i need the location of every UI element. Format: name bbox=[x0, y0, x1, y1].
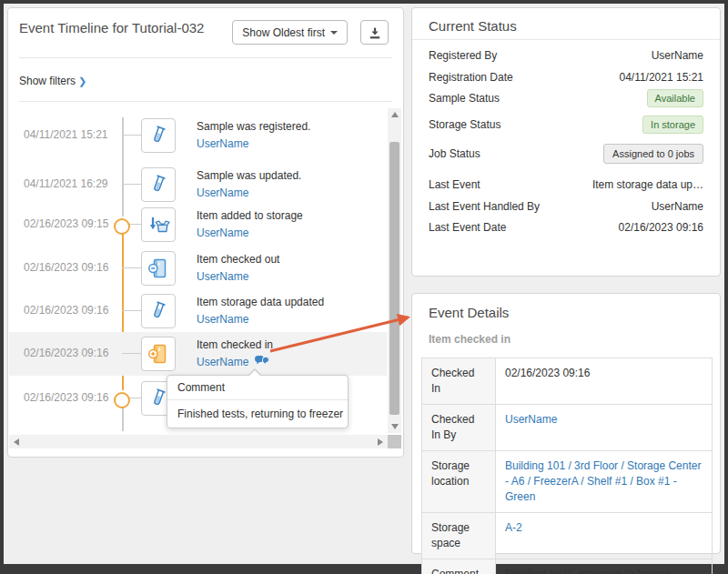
show-filters-link[interactable]: Show filters❯ bbox=[19, 75, 86, 87]
status-label: Registered By bbox=[429, 49, 497, 62]
download-button[interactable] bbox=[360, 20, 389, 45]
event-user-link[interactable]: UserName bbox=[197, 227, 248, 239]
event-date: 04/11/2021 15:21 bbox=[24, 128, 108, 141]
comment-popup-body: Finished tests, returning to freezer bbox=[167, 400, 348, 428]
test-tube-icon bbox=[147, 124, 170, 147]
horizontal-scrollbar[interactable] bbox=[9, 435, 388, 448]
event-user-link[interactable]: UserName bbox=[197, 137, 248, 150]
detail-label: Storage space bbox=[422, 513, 496, 559]
detail-label: Checked In bbox=[422, 358, 496, 405]
timeline-title: Event Timeline for Tutorial-032 bbox=[19, 20, 204, 35]
table-row: Checked In By UserName bbox=[422, 405, 713, 451]
detail-label: Checked In By bbox=[422, 405, 496, 451]
scroll-right-arrow-icon[interactable] bbox=[378, 438, 383, 446]
status-label: Last Event bbox=[429, 178, 480, 191]
comment-bubble-icon[interactable] bbox=[254, 355, 269, 368]
timeline-connector bbox=[122, 353, 142, 354]
timeline-node-circle bbox=[114, 218, 130, 235]
event-user-link[interactable]: UserName bbox=[197, 270, 248, 283]
event-title: Item checked out bbox=[197, 251, 279, 268]
scroll-up-arrow-icon[interactable] bbox=[391, 112, 399, 117]
event-details-table: Checked In 02/16/2023 09:16 Checked In B… bbox=[421, 357, 713, 574]
timeline-event-row[interactable]: 02/16/2023 09:15 Item added to storage U… bbox=[9, 203, 387, 247]
chevron-down-icon bbox=[330, 31, 338, 35]
event-user-link[interactable]: UserName bbox=[197, 313, 248, 326]
show-filters-label: Show filters bbox=[19, 75, 76, 87]
event-user-link[interactable]: UserName bbox=[197, 186, 248, 199]
event-title: Sample was updated. bbox=[197, 167, 301, 185]
status-value: Item storage data up… bbox=[592, 178, 703, 191]
detail-label: Comment bbox=[422, 559, 496, 574]
comment-popup: Comment Finished tests, returning to fre… bbox=[167, 375, 349, 428]
timeline-node-circle bbox=[114, 392, 130, 408]
event-icon-box bbox=[141, 167, 176, 202]
test-tube-icon bbox=[147, 173, 170, 196]
event-details-title: Event Details bbox=[412, 294, 720, 320]
event-date: 02/16/2023 09:16 bbox=[24, 304, 108, 317]
timeline-event-row[interactable]: 04/11/2021 15:21 Sample was registered. … bbox=[9, 114, 387, 157]
timeline-connector bbox=[122, 310, 142, 311]
status-label: Registration Date bbox=[429, 71, 513, 84]
chevron-right-icon: ❯ bbox=[78, 76, 86, 86]
storage-space-link[interactable]: A-2 bbox=[505, 521, 522, 534]
current-status-title: Current Status bbox=[412, 8, 720, 40]
timeline-connector bbox=[122, 135, 142, 136]
vertical-scrollbar[interactable] bbox=[388, 108, 401, 433]
event-date: 02/16/2023 09:15 bbox=[24, 217, 108, 230]
vertical-scrollbar-thumb[interactable] bbox=[389, 142, 399, 415]
storage-location-link[interactable]: Building 101 / 3rd Floor / Storage Cente… bbox=[505, 459, 701, 503]
job-status-badge[interactable]: Assigned to 0 jobs bbox=[603, 144, 703, 164]
divider bbox=[19, 57, 392, 58]
status-value-link[interactable]: UserName bbox=[652, 200, 703, 213]
event-icon-box bbox=[141, 294, 176, 328]
status-row: Last Event Item storage data up… bbox=[429, 178, 703, 191]
popup-caret bbox=[248, 368, 262, 376]
event-date: 02/16/2023 09:16 bbox=[24, 391, 108, 404]
status-label: Storage Status bbox=[429, 118, 500, 131]
detail-label: Storage location bbox=[422, 451, 496, 513]
detail-value: Finished tests, returning to freezer bbox=[496, 559, 713, 574]
status-label: Sample Status bbox=[429, 92, 500, 105]
detail-value-link[interactable]: UserName bbox=[505, 413, 557, 426]
event-title: Sample was registered. bbox=[197, 118, 310, 136]
event-details-panel: Event Details Item checked in Checked In… bbox=[411, 293, 721, 554]
comment-popup-header: Comment bbox=[167, 376, 348, 400]
event-icon-box bbox=[141, 337, 176, 371]
status-value-link[interactable]: UserName bbox=[652, 49, 703, 62]
timeline-event-row[interactable]: 02/16/2023 09:16 Item checked out UserNa… bbox=[9, 247, 387, 290]
sort-order-button[interactable]: Show Oldest first bbox=[232, 20, 348, 45]
event-user-link[interactable]: UserName bbox=[197, 356, 248, 368]
status-badge: Available bbox=[647, 89, 703, 107]
event-date: 04/11/2021 16:29 bbox=[24, 177, 108, 190]
status-row: Storage Status In storage bbox=[429, 116, 703, 134]
page-background: Event Timeline for Tutorial-032 Show Old… bbox=[4, 4, 724, 564]
status-value: 04/11/2021 15:21 bbox=[619, 71, 703, 84]
timeline-connector bbox=[122, 184, 142, 185]
event-icon-box bbox=[141, 118, 176, 153]
table-row: Checked In 02/16/2023 09:16 bbox=[422, 358, 713, 405]
detail-value: 02/16/2023 09:16 bbox=[496, 358, 713, 405]
freezer-check-in-icon bbox=[147, 342, 170, 366]
sort-order-label: Show Oldest first bbox=[242, 26, 325, 39]
timeline-scroll-area: 04/11/2021 15:21 Sample was registered. … bbox=[9, 102, 387, 435]
scroll-down-arrow-icon[interactable] bbox=[391, 424, 399, 429]
table-row: Storage location Building 101 / 3rd Floo… bbox=[422, 451, 713, 513]
status-label: Job Status bbox=[429, 147, 480, 160]
timeline-event-row[interactable]: 04/11/2021 16:29 Sample was updated. Use… bbox=[9, 163, 387, 206]
status-row: Registered By UserName bbox=[429, 49, 703, 62]
event-date: 02/16/2023 09:16 bbox=[24, 347, 108, 359]
scroll-left-arrow-icon[interactable] bbox=[14, 438, 19, 446]
event-icon-box bbox=[141, 251, 176, 286]
status-row: Registration Date 04/11/2021 15:21 bbox=[429, 71, 703, 84]
event-icon-box bbox=[141, 207, 176, 242]
test-tube-icon bbox=[147, 299, 170, 323]
event-title: Item added to storage bbox=[197, 207, 303, 225]
status-label: Last Event Date bbox=[429, 221, 506, 234]
timeline-event-row[interactable]: 02/16/2023 09:16 Item storage data updat… bbox=[9, 289, 387, 333]
status-badge: In storage bbox=[642, 116, 703, 134]
status-row: Sample Status Available bbox=[429, 89, 703, 107]
table-row: Storage space A-2 bbox=[422, 513, 713, 559]
timeline-event-row-selected[interactable]: 02/16/2023 09:16 Item checked in UserNam… bbox=[9, 332, 387, 376]
storage-add-icon bbox=[147, 213, 170, 237]
download-icon bbox=[368, 25, 382, 40]
